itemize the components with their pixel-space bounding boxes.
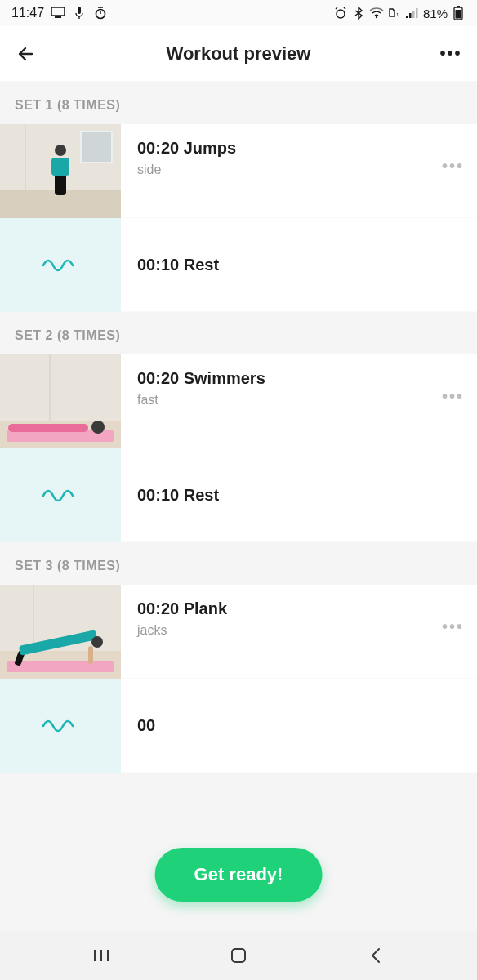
svg-rect-13 — [409, 13, 412, 18]
svg-rect-0 — [51, 7, 65, 16]
back-button[interactable] — [15, 43, 38, 65]
exercise-thumbnail — [0, 354, 121, 448]
set-label: SET 3 (8 TIMES) — [0, 542, 477, 585]
set-label: SET 2 (8 TIMES) — [0, 312, 477, 354]
page-title: Workout preview — [38, 43, 439, 65]
rest-thumbnail — [0, 448, 121, 542]
svg-rect-22 — [232, 949, 245, 962]
exercise-title: 00:20 Jumps — [137, 139, 464, 158]
svg-rect-2 — [78, 7, 81, 14]
header-more-button[interactable]: ••• — [439, 44, 462, 63]
status-left: 11:47 — [11, 6, 108, 20]
rest-title: 00:10 Rest — [137, 256, 464, 274]
exercise-more-button[interactable]: ••• — [442, 157, 464, 176]
rest-row: 00:10 Rest — [0, 218, 477, 312]
svg-point-10 — [376, 16, 377, 18]
svg-line-9 — [344, 7, 345, 9]
get-ready-button[interactable]: Get ready! — [155, 848, 323, 902]
exercise-title: 00:20 Plank — [137, 599, 464, 618]
wifi-icon — [369, 6, 384, 20]
exercise-row[interactable]: 00:20 Plank jacks ••• — [0, 585, 477, 679]
exercise-more-button[interactable]: ••• — [442, 387, 464, 406]
cast-icon — [51, 6, 65, 20]
status-right: 1 81% — [333, 6, 466, 20]
home-button[interactable] — [226, 943, 251, 968]
signal-icon — [405, 6, 420, 20]
rest-title: 00:10 Rest — [137, 486, 464, 505]
svg-rect-14 — [412, 11, 415, 18]
exercise-more-button[interactable]: ••• — [442, 617, 464, 636]
volte-icon: 1 — [387, 6, 402, 20]
wave-icon — [42, 488, 79, 503]
svg-rect-12 — [406, 16, 408, 18]
wave-icon — [42, 258, 79, 273]
exercise-title: 00:20 Swimmers — [137, 369, 464, 388]
exercise-subtitle: side — [137, 163, 464, 177]
workout-list: SET 1 (8 TIMES) 00:20 Jumps side ••• 00:… — [0, 82, 477, 773]
alarm-icon — [333, 6, 348, 20]
exercise-subtitle: jacks — [137, 623, 464, 638]
svg-line-8 — [336, 7, 337, 9]
rest-thumbnail — [0, 679, 121, 773]
wave-icon — [42, 719, 79, 733]
rest-title: 00 — [137, 716, 464, 735]
exercise-row[interactable]: 00:20 Swimmers fast ••• — [0, 354, 477, 448]
rest-thumbnail — [0, 218, 121, 312]
svg-rect-18 — [457, 6, 460, 7]
recent-apps-button[interactable] — [89, 943, 114, 968]
exercise-subtitle: fast — [137, 393, 464, 408]
svg-point-7 — [337, 10, 345, 18]
status-battery-text: 81% — [423, 7, 448, 20]
nav-back-button[interactable] — [363, 943, 388, 968]
exercise-row[interactable]: 00:20 Jumps side ••• — [0, 124, 477, 218]
svg-text:1: 1 — [396, 12, 399, 17]
timer-icon — [93, 6, 108, 20]
rest-row: 00:10 Rest — [0, 448, 477, 542]
exercise-thumbnail — [0, 124, 121, 218]
app-header: Workout preview ••• — [0, 26, 477, 82]
svg-rect-15 — [416, 8, 418, 18]
rest-row: 00 — [0, 679, 477, 773]
mic-icon — [72, 6, 87, 20]
system-nav-bar — [0, 931, 477, 980]
status-bar: 11:47 1 81% — [0, 0, 477, 26]
exercise-thumbnail — [0, 585, 121, 679]
svg-rect-1 — [55, 16, 61, 18]
svg-rect-17 — [456, 10, 461, 19]
set-label: SET 1 (8 TIMES) — [0, 82, 477, 124]
bluetooth-icon — [351, 6, 366, 20]
battery-icon — [451, 6, 466, 20]
status-time: 11:47 — [11, 6, 44, 20]
